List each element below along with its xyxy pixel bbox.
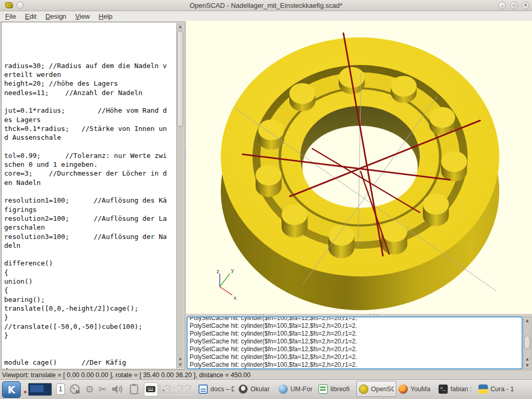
code-line: bearing(); — [4, 295, 175, 304]
code-line: { — [4, 367, 175, 369]
close-button[interactable]: ✕ — [522, 2, 529, 9]
task-firefox[interactable]: YouMa — [396, 381, 436, 397]
menu-design[interactable]: Design — [45, 12, 66, 20]
task-cura[interactable]: Cura - 1 — [476, 381, 516, 397]
editor-code[interactable]: radius=30; //Radius auf dem die Nadeln v… — [4, 34, 175, 369]
desktop-number-badge[interactable]: 1 — [56, 383, 65, 395]
viewport-status-text: Viewport: translate = [ 0.00 0.00 0.00 ]… — [2, 371, 250, 379]
menubar: File Edit Design View Help — [0, 11, 532, 21]
kde-menu-button[interactable]: K — [2, 381, 21, 398]
console-line: PolySetCache hit: cylinder($fn=100,$fa=1… — [190, 322, 521, 330]
firefox-app-icon — [398, 384, 408, 394]
editor-scrollbar[interactable]: ▲ ▲ ▼ — [176, 23, 184, 368]
code-line: gerschalen — [4, 223, 175, 232]
console-line: PolySetCache hit: cylinder($fn=100,$fa=1… — [190, 353, 521, 361]
task-openscad[interactable]: OpenSC — [356, 381, 396, 397]
task-list: docs – D Okular UM-For libreofi OpenSC Y… — [196, 381, 516, 397]
3d-viewport[interactable]: z y x — [186, 21, 532, 314]
scroll-up-icon[interactable]: ▲ — [524, 317, 531, 324]
console-line: PolySetCache hit: cylinder($fn=100,$fa=1… — [190, 369, 521, 369]
code-line: needles=11; //Anzahl der Nadeln — [4, 88, 175, 97]
maximize-button[interactable]: ◇ — [510, 2, 518, 9]
browser-app-icon — [278, 384, 288, 394]
code-line: figrings — [4, 205, 175, 214]
console-panel[interactable]: PolySetCache hit: cylinder($fn=100,$fa=1… — [187, 316, 523, 369]
horizontal-splitter-handle[interactable] — [256, 314, 264, 316]
code-line: core=3; //Durchmesser der Löcher in d — [4, 169, 175, 178]
menu-file[interactable]: File — [5, 12, 16, 20]
task-terminal[interactable]: fabian : — [436, 381, 476, 397]
code-line: } — [4, 313, 175, 322]
console-scrollbar[interactable]: ▲ ▲ ▼ — [523, 316, 531, 369]
console-line: PolySetCache hit: cylinder($fn=100,$fa=1… — [190, 361, 521, 369]
editor-scroll-thumb[interactable] — [177, 31, 183, 127]
code-line: tol=0.99; //Toleranz: nur Werte zwi — [4, 151, 175, 160]
console-line: PolySetCache hit: cylinder($fn=100,$fa=1… — [190, 316, 521, 322]
axis-label-z: z — [217, 269, 219, 274]
libreoffice-app-icon — [318, 384, 328, 394]
menu-edit[interactable]: Edit — [25, 12, 36, 20]
code-line — [4, 340, 175, 349]
code-line: height=20; //höhe des Lagers — [4, 79, 175, 88]
scroll-up-icon[interactable]: ▲ — [177, 23, 184, 30]
axis-label-y: y — [231, 268, 234, 273]
horizontal-splitter-handle[interactable] — [370, 314, 378, 316]
code-line: { — [4, 286, 175, 295]
system-tray: ⚙ ✂ ▴ — [69, 381, 165, 397]
console-line: PolySetCache hit: cylinder($fn=100,$fa=1… — [190, 338, 521, 345]
terminal-app-icon — [438, 384, 448, 394]
scroll-down-icon[interactable]: ▼ — [524, 362, 531, 368]
code-line: } — [4, 331, 175, 340]
axis-label-x: x — [234, 295, 236, 301]
desktop-pager[interactable] — [28, 383, 52, 396]
code-line: { — [4, 268, 175, 277]
clipboard-icon[interactable] — [128, 383, 140, 395]
keyboard-icon — [145, 385, 156, 393]
task-docs[interactable]: docs – D — [196, 381, 236, 397]
code-line: en Nadeln — [4, 178, 175, 187]
menu-view[interactable]: View — [75, 12, 90, 20]
volume-icon[interactable] — [111, 383, 124, 395]
code-line — [4, 349, 175, 357]
console-line: PolySetCache hit: cylinder($fn=100,$fa=1… — [190, 330, 521, 338]
gear-icon[interactable]: ⚙ — [85, 381, 94, 397]
notification-dot — [24, 391, 26, 393]
scroll-down-icon[interactable]: ▼ — [177, 362, 184, 368]
scroll-up-icon[interactable]: ▲ — [177, 355, 184, 362]
bearing-render: z y x — [186, 21, 532, 314]
code-line: es Lagers — [4, 115, 175, 124]
scissors-icon[interactable]: ✂ — [98, 381, 107, 397]
code-line: schen 0 und 1 eingeben. — [4, 160, 175, 169]
code-line: thck=0.1*radius; //Stärke von Innen un — [4, 124, 175, 133]
task-libreoffice[interactable]: libreofi — [316, 381, 356, 397]
task-okular[interactable]: Okular — [236, 381, 276, 397]
taskbar-clock: 13:22 — [156, 382, 192, 398]
openscad-app-icon — [359, 384, 368, 394]
code-line: module cage() //Der Käfig — [4, 358, 175, 367]
code-line: //translate([-50,0,-50])cube(100); — [4, 322, 175, 331]
task-um-forum[interactable]: UM-For — [276, 381, 316, 397]
code-line — [4, 97, 175, 106]
menu-help[interactable]: Help — [99, 12, 113, 20]
code-line — [4, 187, 175, 196]
statusbar: Viewport: translate = [ 0.00 0.00 0.00 ]… — [0, 370, 532, 379]
code-line: radius=30; //Radius auf dem die Nadeln v — [4, 61, 175, 70]
code-line — [4, 142, 175, 151]
code-editor[interactable]: radius=30; //Radius auf dem die Nadeln v… — [1, 22, 185, 369]
code-line: union() — [4, 277, 175, 286]
code-line: d Aussenschale — [4, 133, 175, 142]
window-title: OpenSCAD - Nadellager_mit_Einsteckkaefig… — [0, 2, 532, 9]
docs-app-icon — [198, 384, 208, 394]
console-line: PolySetCache hit: cylinder($fn=100,$fa=1… — [190, 345, 521, 353]
gauge-icon[interactable] — [69, 383, 81, 395]
okular-app-icon — [238, 384, 248, 394]
code-line: erteilt werden — [4, 70, 175, 79]
code-line: translate([0,0,-height/2])cage(); — [4, 304, 175, 313]
scroll-up-icon[interactable]: ▲ — [524, 356, 531, 362]
code-line — [4, 250, 175, 259]
code-line: jut=0.1*radius; //Höhe vom Rand d — [4, 106, 175, 115]
code-line: resolution2=100; //Auflösung der La — [4, 214, 175, 223]
minimize-button[interactable]: ⌄ — [498, 2, 506, 9]
console-scroll-thumb[interactable] — [524, 336, 530, 349]
titlebar[interactable]: OpenSCAD - Nadellager_mit_Einsteckkaefig… — [0, 0, 532, 11]
